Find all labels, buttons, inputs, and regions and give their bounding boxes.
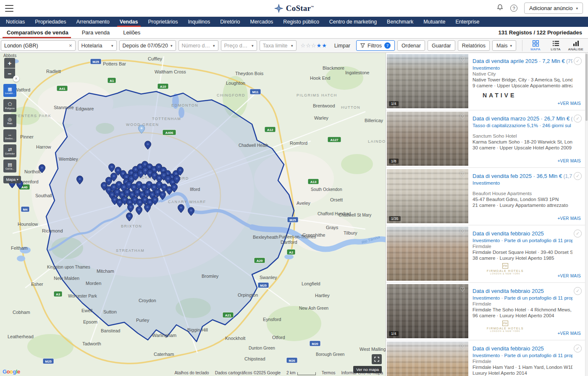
guardar-button[interactable]: Guardar (428, 40, 455, 51)
property-card[interactable]: 1/35♡Data di vendita feb 2025 · 36,5 Mln… (386, 168, 585, 225)
filters-button[interactable]: Filtros 7 (356, 40, 395, 51)
location-search-input[interactable]: London (GBR) × (1, 40, 76, 51)
select-check-icon[interactable]: ✓ (574, 230, 582, 238)
nav-item-propriedades[interactable]: Propriedades (30, 17, 71, 27)
favorite-heart-icon[interactable]: ♡ (460, 286, 465, 293)
map-town-label: Swanley (260, 275, 277, 280)
nav-item-enterprise[interactable]: Enterprise (450, 17, 484, 27)
nav-item-inquilinos[interactable]: Inquilinos (183, 17, 215, 27)
favorite-heart-icon[interactable]: ♡ (460, 343, 465, 351)
nav-item-proprietários[interactable]: Proprietários (143, 17, 183, 27)
favorite-heart-icon[interactable]: ♡ (460, 56, 465, 63)
property-photo[interactable]: ♡ (387, 227, 468, 281)
add-listing-button[interactable]: Adicionar anúncio▾ (524, 3, 583, 14)
star-icon[interactable]: ★ (322, 42, 327, 49)
card-address: Firmdale Ham Yard · 1 Ham Yard, London W… (472, 365, 572, 370)
view-toggle-mapa[interactable]: MAPA (526, 40, 545, 51)
subtab-leilões[interactable]: Leilões (116, 27, 147, 38)
view-toggle-lista[interactable]: LISTA (546, 40, 565, 51)
favorite-heart-icon[interactable]: ♡ (460, 113, 465, 121)
map-tool-corridor[interactable]: ⇄Corredor (3, 144, 16, 157)
map[interactable]: Rio TâmisaEDMONTONTOTTENHAMWOOD GREENCHI… (0, 53, 386, 376)
road-badge: M25 (287, 217, 298, 222)
subtab-comparativos-de-venda[interactable]: Comparativos de venda (0, 27, 75, 38)
notifications-bell-icon[interactable] (496, 4, 504, 13)
select-check-icon[interactable]: ✓ (574, 57, 582, 65)
card-title[interactable]: Data di vendita marzo 2025 · 26,7 Mln € … (472, 115, 572, 122)
card-title[interactable]: Data di vendita febbraio 2025 (472, 230, 572, 237)
ver-mais-link[interactable]: +VER MAIS (558, 274, 581, 278)
select-check-icon[interactable]: ✓ (574, 115, 582, 123)
costar-logo: CoStar™ (274, 4, 314, 13)
property-photo[interactable]: 1/4♡ (387, 284, 468, 338)
mais-button[interactable]: Mais▾ (492, 40, 516, 51)
nav-item-notícias[interactable]: Notícias (1, 17, 30, 27)
ver-mais-link[interactable]: +VER MAIS (558, 216, 581, 221)
svg-text:A41: A41 (59, 87, 66, 91)
nav-item-vendas[interactable]: Vendas (115, 17, 143, 27)
map-tool-polygon[interactable]: ⬠Polígono (3, 99, 16, 112)
map-tool-grid[interactable]: ▦Localiz... (3, 84, 16, 97)
favorite-heart-icon[interactable]: ♡ (460, 171, 465, 178)
property-card[interactable]: 1/4♡Data di vendita febbraio 2025Investi… (386, 283, 585, 340)
map-tool-radius[interactable]: ◎Raio (3, 114, 16, 127)
map-data-credit: Dados cartográficos ©2025 Google (215, 371, 281, 375)
filter-dropdown[interactable]: Depois de 07/05/20▾ (119, 40, 176, 51)
scrollbar-thumb[interactable] (585, 54, 588, 121)
nav-item-arrendamento[interactable]: Arrendamento (71, 17, 115, 27)
ver-mais-link[interactable]: +VER MAIS (558, 159, 581, 163)
property-photo[interactable]: 1/8♡ (387, 112, 468, 166)
view-toggle-análise[interactable]: ANÁLISE (566, 40, 585, 51)
map-tool-layers[interactable]: ▤Cama... (3, 159, 16, 172)
filter-dropdown[interactable]: Hotelaria▾ (78, 40, 117, 51)
subtab-para-venda[interactable]: Para venda (75, 27, 117, 38)
ver-mais-link[interactable]: +VER MAIS (558, 101, 581, 106)
property-photo[interactable]: 1/35♡ (387, 169, 468, 223)
select-check-icon[interactable]: ✓ (574, 345, 582, 352)
dismiss-tool-icon[interactable]: × (13, 76, 19, 82)
hamburger-menu-icon[interactable] (5, 5, 13, 12)
star-icon[interactable]: ☆ (306, 42, 311, 49)
property-card[interactable]: 1/8♡Data di vendita marzo 2025 · 26,7 Ml… (386, 110, 585, 168)
nav-item-centro-de-marketing[interactable]: Centro de marketing (324, 17, 382, 27)
select-check-icon[interactable]: ✓ (574, 172, 582, 180)
nav-item-mutuante[interactable]: Mutuante (418, 17, 450, 27)
clear-search-icon[interactable]: × (69, 42, 72, 49)
clear-filters-button[interactable]: Limpar (331, 43, 354, 49)
star-rating-filter[interactable]: ☆☆☆★★ (299, 42, 328, 49)
terms-link[interactable]: Termos (322, 371, 336, 375)
property-card[interactable]: ♡Data di vendita febbraio 2025Investimen… (386, 340, 585, 376)
ver-mais-link[interactable]: +VER MAIS (558, 331, 581, 336)
nav-item-mercados[interactable]: Mercados (245, 17, 278, 27)
star-icon[interactable]: ☆ (301, 42, 306, 49)
map-tool-move[interactable]: ↔Desloc... (3, 129, 16, 142)
favorite-heart-icon[interactable]: ♡ (460, 228, 465, 236)
nav-item-diretório[interactable]: Diretório (215, 17, 245, 27)
star-icon[interactable]: ★ (317, 42, 322, 49)
help-icon[interactable]: ? (510, 5, 517, 12)
card-title[interactable]: Data di vendita febbraio 2025 (472, 288, 572, 294)
card-title[interactable]: Data di vendita feb 2025 · 36,5 Mln € (1… (472, 173, 572, 179)
card-title[interactable]: Data di vendita febbraio 2025 (472, 345, 572, 352)
star-icon[interactable]: ☆ (311, 42, 316, 49)
select-check-icon[interactable]: ✓ (574, 287, 582, 295)
nav-item-registo-público[interactable]: Registo público (278, 17, 324, 27)
filter-dropdown[interactable]: Taxa limite▾ (260, 40, 297, 51)
zoom-in-button[interactable]: + (4, 58, 15, 68)
filter-dropdown[interactable]: Número de ...▾ (178, 40, 218, 51)
relatórios-button[interactable]: Relatórios (458, 40, 490, 51)
card-title[interactable]: Data di vendita aprile 2025 · 7,2 Mln € … (472, 58, 572, 64)
property-card[interactable]: ♡Data di vendita febbraio 2025Investimen… (386, 225, 585, 283)
results-scrollbar[interactable] (585, 53, 588, 376)
property-photo[interactable]: 1/4♡ (387, 54, 468, 108)
card-tag: Investimento · Parte di un portafoglio d… (472, 238, 572, 243)
property-photo[interactable]: ♡ (387, 342, 468, 376)
map-canvas[interactable]: Rio TâmisaEDMONTONTOTTENHAMWOOD GREENCHI… (0, 53, 386, 376)
ordenar-button[interactable]: Ordenar (397, 40, 425, 51)
fullscreen-button[interactable] (372, 354, 382, 364)
keyboard-shortcuts-link[interactable]: Atalhos do teclado (174, 371, 209, 375)
nav-item-benchmark[interactable]: Benchmark (382, 17, 418, 27)
map-style-button[interactable]: Mapa▾ (3, 176, 21, 183)
property-card[interactable]: 1/4♡Data di vendita aprile 2025 · 7,2 Ml… (386, 53, 585, 110)
filter-dropdown[interactable]: Preço de v...▾ (221, 40, 257, 51)
